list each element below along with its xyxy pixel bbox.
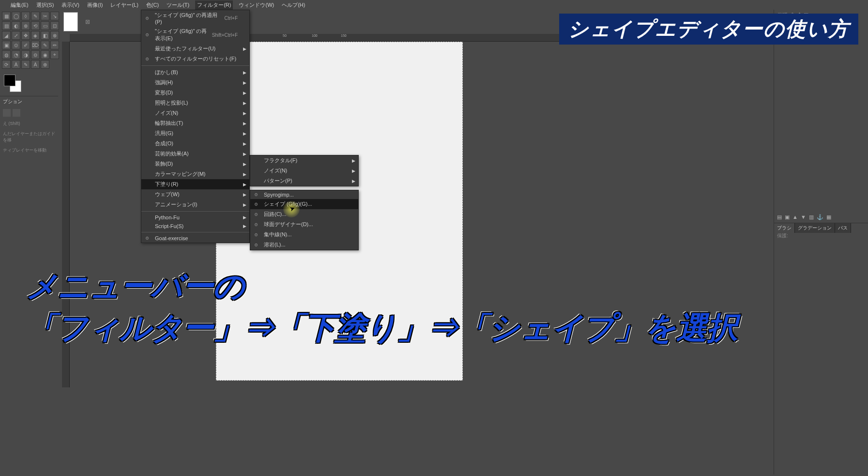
menu-item[interactable]: ⚙回路(C)...: [250, 209, 358, 219]
bottom-tabs[interactable]: ブラシ グラデーション パス: [774, 223, 868, 233]
delete-icon[interactable]: ▦: [826, 214, 831, 220]
lock-label-2: 保護:: [777, 232, 788, 239]
menu-window[interactable]: ウィンドウ(W): [237, 0, 276, 10]
tool-icon[interactable]: ↘: [50, 12, 59, 20]
fg-color-swatch[interactable]: [4, 75, 15, 86]
tab-path[interactable]: パス: [835, 223, 851, 233]
menu-item[interactable]: ウェブ(W)▶: [141, 189, 249, 200]
menu-item[interactable]: ⚙シェイプ (Gfig)(G)...: [250, 199, 358, 209]
close-image-icon[interactable]: ⊠: [80, 12, 95, 31]
menu-layer[interactable]: レイヤー(L): [108, 0, 140, 10]
tool-icon[interactable]: ◍: [2, 50, 11, 59]
tool-icon[interactable]: ◯: [12, 12, 20, 20]
menu-color[interactable]: 色(C): [144, 0, 161, 10]
layer-toolbar[interactable]: ▤ ▣ ▲ ▼ ▥ ⚓ ▦: [774, 213, 868, 221]
new-layer-icon[interactable]: ▤: [777, 214, 782, 220]
menu-item[interactable]: 照明と投影(L)▶: [141, 98, 249, 108]
menu-item[interactable]: ⚙すべてのフィルターのリセット(F): [141, 54, 249, 64]
tool-icon[interactable]: ▣: [2, 41, 11, 49]
tool-icon[interactable]: ▭: [41, 21, 49, 30]
down-icon[interactable]: ▼: [801, 214, 806, 220]
menu-item[interactable]: カラーマッピング(M)▶: [141, 169, 249, 179]
tool-icon[interactable]: ⌦: [31, 41, 40, 49]
menu-item[interactable]: 下塗り(R)▶: [141, 179, 249, 189]
menu-item[interactable]: 変形(D)▶: [141, 88, 249, 98]
menu-item[interactable]: 強調(H)▶: [141, 77, 249, 88]
menu-item[interactable]: Python-Fu▶: [141, 213, 249, 222]
menu-item[interactable]: 芸術的効果(A)▶: [141, 149, 249, 159]
tool-icon[interactable]: ✐: [21, 41, 30, 49]
menu-item[interactable]: アニメーション(I)▶: [141, 200, 249, 210]
tool-icon[interactable]: ⟲: [31, 21, 40, 30]
tool-icon[interactable]: ◔: [12, 50, 20, 59]
tool-icon[interactable]: A: [12, 60, 20, 69]
menu-image[interactable]: 画像(I): [85, 0, 105, 10]
image-thumb[interactable]: [63, 12, 78, 31]
up-icon[interactable]: ▲: [792, 214, 798, 220]
tool-icon[interactable]: ◢: [2, 31, 11, 40]
render-submenu-top[interactable]: フラクタル(F)▶ノイズ(N)▶パターン(P)▶: [250, 155, 359, 186]
menu-item[interactable]: ⚙"シェイプ (Gfig)" の再適用(P)Ctrl+F: [141, 10, 249, 26]
menu-item[interactable]: 最近使ったフィルター(U)▶: [141, 44, 249, 54]
tool-icon[interactable]: ◊: [21, 12, 30, 20]
tool-icon[interactable]: ⟳: [2, 60, 11, 69]
menu-item-label: カラーマッピング(M): [155, 170, 206, 178]
menu-item[interactable]: ⚙球面デザイナー(D)...: [250, 219, 358, 230]
tool-icon[interactable]: ⌖: [50, 50, 59, 59]
tool-grid[interactable]: ▦◯◊✎✂↘ ▤◐⊕⟲▭⊡ ◢⤢✥◈◧⊗ ▣⊙✐⌦✎✏ ◍◔◑⊖◉⌖ ⟳A✎A⊕: [0, 10, 58, 71]
tool-icon[interactable]: ⤢: [12, 31, 20, 40]
menu-item[interactable]: 汎用(G)▶: [141, 128, 249, 138]
render-submenu-bottom[interactable]: ⚙Spyrogimp...⚙シェイプ (Gfig)(G)...⚙回路(C)...…: [250, 190, 359, 250]
tool-icon[interactable]: ⊡: [50, 21, 59, 30]
menu-item[interactable]: 合成(O)▶: [141, 138, 249, 149]
menu-item[interactable]: 装飾(D)▶: [141, 159, 249, 169]
menu-item[interactable]: ⚙集中線(N)...: [250, 230, 358, 240]
tool-icon[interactable]: ▦: [2, 12, 11, 20]
tool-icon[interactable]: ◉: [41, 50, 49, 59]
tool-icon[interactable]: ◧: [41, 31, 49, 40]
tab-gradient[interactable]: グラデーション: [795, 223, 835, 233]
menubar[interactable]: 編集(E) 選択(S) 表示(V) 画像(I) レイヤー(L) 色(C) ツール…: [0, 0, 868, 10]
tool-icon[interactable]: ✏: [50, 41, 59, 49]
menu-item[interactable]: ⚙"シェイプ (Gfig)" の再表示(E)Shift+Ctrl+F: [141, 26, 249, 44]
menu-item[interactable]: Script-Fu(S)▶: [141, 222, 249, 230]
tool-icon[interactable]: ⊕: [41, 60, 49, 69]
option-icon[interactable]: [3, 109, 11, 117]
menu-item[interactable]: フラクタル(F)▶: [250, 155, 358, 166]
tool-icon[interactable]: ⊗: [50, 31, 59, 40]
tool-icon[interactable]: ✂: [41, 12, 49, 20]
anchor-icon[interactable]: ⚓: [817, 214, 823, 220]
menu-item[interactable]: ノイズ(N)▶: [250, 166, 358, 176]
menu-tool[interactable]: ツール(T): [165, 0, 191, 10]
menu-item[interactable]: パターン(P)▶: [250, 176, 358, 186]
group-icon[interactable]: ▣: [785, 214, 790, 220]
menu-select[interactable]: 選択(S): [34, 0, 56, 10]
color-swatches[interactable]: [4, 75, 21, 92]
tool-icon[interactable]: ✎: [41, 41, 49, 49]
menu-edit[interactable]: 編集(E): [9, 0, 30, 10]
tool-icon[interactable]: ◐: [12, 21, 20, 30]
tool-icon[interactable]: ✎: [21, 60, 30, 69]
menu-item[interactable]: ノイズ(N)▶: [141, 108, 249, 118]
menu-help[interactable]: ヘルプ(H): [280, 0, 307, 10]
menu-item[interactable]: 輪郭抽出(T)▶: [141, 118, 249, 128]
tool-icon[interactable]: ◑: [21, 50, 30, 59]
menu-filter[interactable]: フィルター(R): [195, 0, 233, 10]
tool-icon[interactable]: ⊙: [12, 41, 20, 49]
filter-menu[interactable]: ⚙"シェイプ (Gfig)" の再適用(P)Ctrl+F⚙"シェイプ (Gfig…: [141, 10, 250, 243]
menu-item[interactable]: ⚙溶岩(L)...: [250, 240, 358, 250]
tool-icon[interactable]: ✎: [31, 12, 40, 20]
tab-brush[interactable]: ブラシ: [774, 223, 795, 233]
tool-icon[interactable]: ◈: [31, 31, 40, 40]
tool-icon[interactable]: ⊖: [31, 50, 40, 59]
menu-item[interactable]: ぼかし(B)▶: [141, 67, 249, 77]
tool-icon[interactable]: ✥: [21, 31, 30, 40]
tool-icon[interactable]: ⊕: [21, 21, 30, 30]
menu-view[interactable]: 表示(V): [60, 0, 81, 10]
menu-item[interactable]: ⚙Spyrogimp...: [250, 190, 358, 199]
option-icon[interactable]: [13, 109, 20, 117]
menu-item[interactable]: ⚙Goat-exercise: [141, 234, 249, 243]
tool-icon[interactable]: ▤: [2, 21, 11, 30]
tool-icon[interactable]: A: [31, 60, 40, 69]
dup-icon[interactable]: ▥: [809, 214, 814, 220]
